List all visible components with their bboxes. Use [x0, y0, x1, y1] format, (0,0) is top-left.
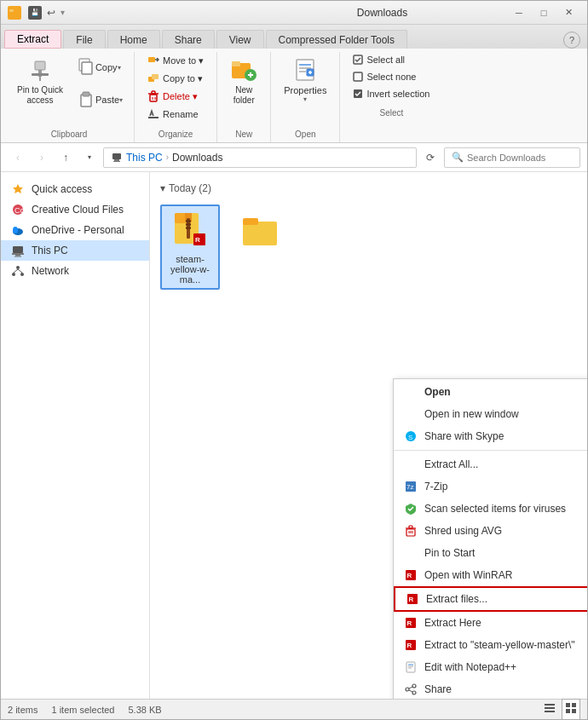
minimize-button[interactable]: ─ [507, 4, 531, 21]
sidebar-item-network[interactable]: Network [1, 261, 149, 281]
creative-cloud-icon: Cc [11, 203, 25, 216]
tab-share[interactable]: Share [162, 30, 215, 49]
sidebar-label-onedrive: OneDrive - Personal [32, 224, 124, 236]
invert-selection-button[interactable]: Invert selection [347, 86, 435, 101]
pin-to-quick-access-button[interactable]: Pin to Quickaccess [11, 52, 69, 110]
save-icon[interactable]: 💾 [28, 6, 42, 20]
file-item-zip[interactable]: R steam-yellow-w-ma... [160, 204, 220, 290]
svg-marker-38 [13, 184, 23, 193]
new-folder-button[interactable]: Newfolder [224, 52, 263, 110]
ctx-open-icon [404, 385, 418, 399]
address-bar[interactable]: This PC › Downloads [103, 147, 417, 168]
ctx-extract-here[interactable]: R Extract Here [394, 612, 587, 634]
copy-button[interactable]: Copy ▾ [71, 52, 127, 83]
ctx-extract-all[interactable]: Extract All... [394, 453, 587, 475]
svg-rect-93 [566, 703, 570, 707]
svg-text:7z: 7z [406, 483, 413, 491]
ctx-7zip-icon: 7z [404, 480, 418, 493]
tab-view[interactable]: View [216, 30, 264, 49]
select-none-icon [353, 72, 363, 82]
help-button[interactable]: ? [563, 32, 580, 49]
svg-point-42 [13, 227, 18, 233]
svg-point-48 [12, 273, 15, 276]
qa-dropdown[interactable]: ▾ [61, 8, 65, 17]
svg-text:R: R [407, 572, 412, 579]
maximize-button[interactable]: □ [532, 4, 556, 21]
section-collapse-icon[interactable]: ▾ [160, 182, 165, 194]
ctx-extract-files[interactable]: R Extract files... [394, 586, 587, 612]
file-name-zip: steam-yellow-w-ma... [165, 254, 215, 285]
select-all-button[interactable]: Select all [347, 52, 435, 67]
svg-rect-62 [243, 218, 258, 225]
search-input[interactable] [467, 153, 573, 163]
ctx-edit-notepad[interactable]: Edit with Notepad++ [394, 656, 587, 678]
select-none-button[interactable]: Select none [347, 69, 435, 84]
sidebar-item-creative-cloud[interactable]: Cc Creative Cloud Files [1, 199, 149, 220]
back-button[interactable]: ‹ [8, 147, 28, 168]
file-grid: R steam-yellow-w-ma... [157, 201, 580, 293]
ctx-share[interactable]: Share [394, 678, 587, 699]
section-label: Today (2) [169, 182, 211, 194]
clipboard-group: Pin to Quickaccess Copy ▾ [4, 52, 135, 142]
undo-icon[interactable]: ↩ [44, 6, 58, 20]
properties-button[interactable]: Properties ▾ [278, 52, 332, 107]
title-bar-left: 💾 ↩ ▾ [8, 6, 257, 20]
ctx-open-new-window[interactable]: Open in new window [394, 403, 587, 425]
quick-access-icon [11, 182, 25, 196]
sidebar-item-onedrive[interactable]: OneDrive - Personal [1, 220, 149, 240]
svg-rect-69 [409, 526, 412, 528]
svg-rect-91 [545, 707, 555, 709]
svg-text:R: R [407, 642, 412, 649]
breadcrumb-this-pc[interactable]: This PC [126, 152, 163, 164]
delete-button[interactable]: Delete ▾ [141, 88, 210, 105]
file-item-folder[interactable] [230, 204, 290, 290]
svg-rect-92 [545, 711, 555, 712]
details-view-icon [543, 701, 556, 715]
svg-point-85 [412, 684, 416, 688]
up-button[interactable]: ↑ [55, 147, 76, 168]
svg-rect-90 [545, 704, 555, 706]
breadcrumb-separator: › [166, 153, 169, 162]
details-view-button[interactable] [541, 699, 558, 720]
svg-rect-58 [186, 227, 191, 229]
ctx-extract-to-icon: R [404, 638, 418, 652]
recent-locations-button[interactable]: ▾ [79, 147, 100, 168]
large-icons-view-icon [564, 701, 578, 715]
ctx-share-skype[interactable]: S Share with Skype [394, 425, 587, 447]
tab-extract[interactable]: Extract [4, 30, 61, 49]
tab-home[interactable]: Home [107, 30, 160, 49]
paste-button[interactable]: Paste ▾ [71, 84, 127, 115]
ctx-open[interactable]: Open [394, 381, 587, 403]
svg-rect-44 [12, 253, 24, 255]
move-to-button[interactable]: Move to ▾ [141, 52, 210, 69]
sidebar-item-this-pc[interactable]: This PC [1, 240, 149, 261]
move-to-icon [147, 55, 159, 66]
svg-rect-46 [14, 256, 21, 257]
ctx-pin-start[interactable]: Pin to Start [394, 542, 587, 564]
svg-rect-96 [572, 709, 576, 713]
ctx-extract-to[interactable]: R Extract to "steam-yellow-master\" [394, 634, 587, 656]
tab-file[interactable]: File [63, 30, 105, 49]
refresh-button[interactable]: ⟳ [420, 147, 441, 168]
tab-compressed-folder-tools[interactable]: Compressed Folder Tools [266, 30, 408, 49]
ctx-open-winrar[interactable]: R Open with WinRAR [394, 564, 587, 586]
sidebar-label-creative-cloud: Creative Cloud Files [32, 204, 124, 216]
forward-button[interactable]: › [32, 147, 52, 168]
copy-to-button[interactable]: Copy to ▾ [141, 70, 210, 87]
ctx-winrar-icon: R [404, 568, 418, 582]
svg-rect-1 [9, 9, 14, 12]
ctx-shred-avg[interactable]: Shred using AVG [394, 520, 587, 542]
rename-button[interactable]: Rename [141, 106, 210, 123]
ctx-7zip[interactable]: 7z 7-Zip › [394, 475, 587, 498]
sidebar-item-quick-access[interactable]: Quick access [1, 179, 149, 199]
svg-line-89 [409, 690, 412, 692]
sidebar-label-network: Network [32, 265, 69, 277]
large-icons-view-button[interactable] [562, 699, 580, 720]
svg-text:R: R [407, 619, 412, 627]
this-pc-icon [11, 244, 25, 257]
search-bar[interactable]: 🔍 [444, 147, 580, 168]
close-button[interactable]: ✕ [556, 4, 580, 21]
svg-point-87 [412, 691, 416, 694]
network-icon [11, 264, 25, 278]
ctx-scan-virus[interactable]: Scan selected items for viruses [394, 498, 587, 520]
